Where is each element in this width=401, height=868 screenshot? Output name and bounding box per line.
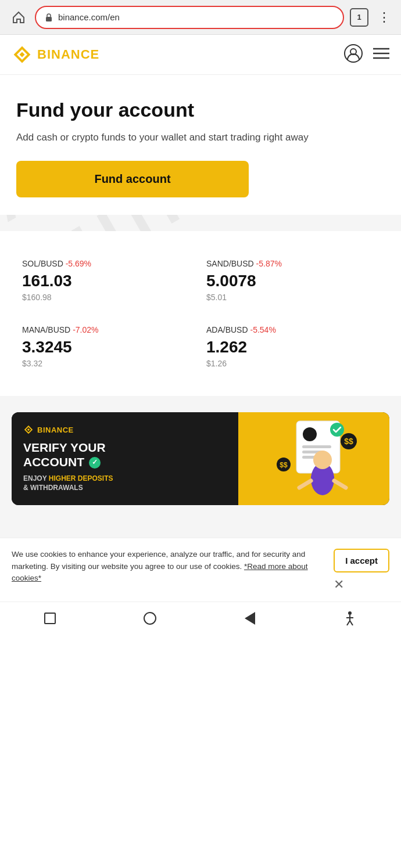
close-cookie-button[interactable]: ✕ xyxy=(334,578,344,591)
svg-rect-20 xyxy=(311,476,334,479)
price-pair-sol: SOL/BUSD -5.69% xyxy=(22,259,195,268)
check-icon: ✓ xyxy=(89,457,101,469)
nav-accessibility-button[interactable] xyxy=(343,610,357,626)
binance-header: BINANCE xyxy=(0,35,401,75)
price-value-mana: 3.3245 xyxy=(22,338,195,356)
price-usd-mana: $3.32 xyxy=(22,359,195,368)
banner-title: VERIFY YOUR ACCOUNT ✓ xyxy=(23,441,227,469)
nav-back-button[interactable] xyxy=(245,612,255,625)
banner-left: BINANCE VERIFY YOUR ACCOUNT ✓ Enjoy HIGH… xyxy=(12,412,238,505)
url-text: binance.com/en xyxy=(58,12,120,22)
nav-recent-apps-button[interactable] xyxy=(44,613,56,624)
more-menu-button[interactable]: ⋮ xyxy=(374,8,393,27)
bottom-section-gap xyxy=(0,521,401,538)
svg-point-28 xyxy=(348,611,352,615)
menu-icon[interactable] xyxy=(373,47,389,62)
svg-text:$$: $$ xyxy=(344,437,353,446)
accept-cookies-button[interactable]: I accept xyxy=(334,549,389,572)
cookie-banner: We use cookies to enhance your experienc… xyxy=(0,538,401,602)
header-icons xyxy=(344,44,389,65)
nav-home-button[interactable] xyxy=(144,612,156,625)
android-nav-bar xyxy=(0,602,401,634)
section-gap xyxy=(0,215,401,231)
price-pair-sand: SAND/BUSD -5.87% xyxy=(206,259,379,268)
price-pair-mana: MANA/BUSD -7.02% xyxy=(22,325,195,334)
browser-chrome: binance.com/en 1 ⋮ xyxy=(0,0,401,35)
price-usd-ada: $1.26 xyxy=(206,359,379,368)
price-usd-sand: $5.01 xyxy=(206,293,379,302)
banner-binance-text: BINANCE xyxy=(37,426,74,434)
price-value-sand: 5.0078 xyxy=(206,272,379,290)
cookie-actions: I accept ✕ xyxy=(334,549,389,591)
home-button[interactable] xyxy=(8,7,29,28)
price-change-ada: -5.54% xyxy=(250,325,275,334)
svg-text:$$: $$ xyxy=(280,461,288,469)
price-item-mana[interactable]: MANA/BUSD -7.02% 3.3245 $3.32 xyxy=(16,314,201,380)
tab-count[interactable]: 1 xyxy=(350,8,368,27)
price-change-sand: -5.87% xyxy=(256,259,282,268)
price-grid: SOL/BUSD -5.69% 161.03 $160.98 SAND/BUSD… xyxy=(0,231,401,396)
svg-rect-15 xyxy=(302,445,331,448)
svg-line-32 xyxy=(350,621,353,625)
svg-point-27 xyxy=(330,423,344,437)
main-content: CAUTIONCAUTION Fund your account Add cas… xyxy=(0,75,401,602)
binance-logo[interactable]: BINANCE xyxy=(12,44,99,65)
fund-account-button[interactable]: Fund account xyxy=(16,161,249,197)
address-bar[interactable]: binance.com/en xyxy=(35,6,344,29)
price-value-sol: 161.03 xyxy=(22,272,195,290)
price-usd-sol: $160.98 xyxy=(22,293,195,302)
banner-right: $$ $$ xyxy=(238,412,389,505)
banner-subtitle: Enjoy HIGHER DEPOSITS & WITHDRAWALS xyxy=(23,474,227,494)
hero-section: Fund your account Add cash or crypto fun… xyxy=(0,75,401,215)
svg-point-14 xyxy=(303,427,317,441)
hero-subtitle: Add cash or crypto funds to your wallet … xyxy=(16,130,385,145)
price-item-ada[interactable]: ADA/BUSD -5.54% 1.262 $1.26 xyxy=(201,314,385,380)
price-value-ada: 1.262 xyxy=(206,338,379,356)
price-item-sand[interactable]: SAND/BUSD -5.87% 5.0078 $5.01 xyxy=(201,247,385,314)
svg-point-19 xyxy=(313,451,332,469)
price-change-sol: -5.69% xyxy=(66,259,91,268)
svg-rect-0 xyxy=(46,17,52,21)
svg-line-31 xyxy=(347,621,350,625)
hero-title: Fund your account xyxy=(16,98,385,122)
account-icon[interactable] xyxy=(344,44,363,65)
price-change-mana: -7.02% xyxy=(73,325,98,334)
verify-banner[interactable]: BINANCE VERIFY YOUR ACCOUNT ✓ Enjoy HIGH… xyxy=(12,412,389,505)
cookie-text: We use cookies to enhance your experienc… xyxy=(12,549,325,584)
price-item-sol[interactable]: SOL/BUSD -5.69% 161.03 $160.98 xyxy=(16,247,201,314)
banner-binance-logo: BINANCE xyxy=(23,424,227,435)
price-pair-ada: ADA/BUSD -5.54% xyxy=(206,325,379,334)
binance-logo-text: BINANCE xyxy=(37,47,99,62)
